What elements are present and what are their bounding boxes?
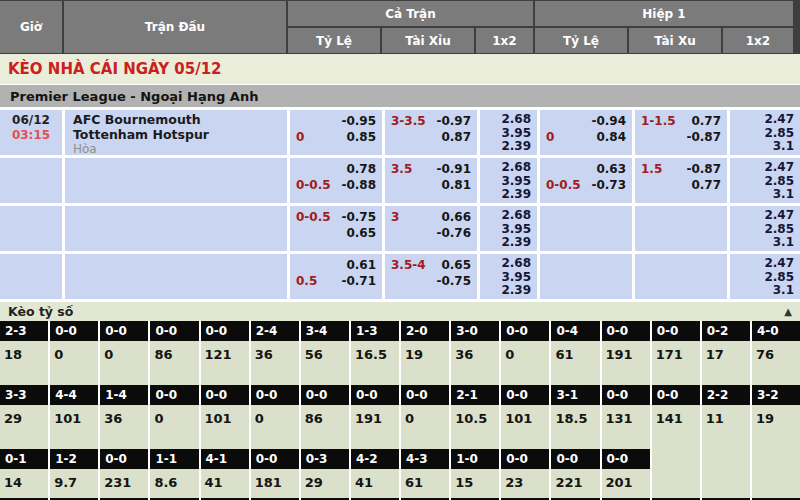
score-odds-cell[interactable]: 36 <box>451 341 499 385</box>
ft-overunder-cell[interactable]: 3.5-40.65-0.75 <box>385 254 477 299</box>
h1-overunder-cell[interactable] <box>635 206 727 251</box>
score-label: 4-0 <box>752 321 800 341</box>
score-odds-cell[interactable]: 8.6 <box>150 469 198 498</box>
ft-overunder-cell[interactable]: 3.5-0.910.81 <box>385 158 477 203</box>
score-odds-cell[interactable]: 56 <box>301 341 349 385</box>
score-odds-cell[interactable]: 191 <box>602 341 650 385</box>
score-odds-cell[interactable]: 18.5 <box>551 405 599 449</box>
score-odds-cell[interactable]: 171 <box>652 341 700 385</box>
score-odds-cell[interactable]: 23 <box>501 469 549 498</box>
score-odds-cell[interactable]: 121 <box>201 341 249 385</box>
odds-line: 3.5-40.65 <box>391 257 471 273</box>
odds-value: -0.88 <box>341 177 376 193</box>
score-odds-cell[interactable]: 101 <box>501 405 549 449</box>
score-odds-cell[interactable]: 29 <box>301 469 349 498</box>
score-label: 2-0 <box>401 321 449 341</box>
ft-1x2-cell[interactable]: 2.683.952.39 <box>480 158 537 203</box>
h1-1x2-cell[interactable]: 2.472.853.1 <box>730 206 800 251</box>
score-odds-cell[interactable]: 10.5 <box>451 405 499 449</box>
h1-1x2-cell[interactable]: 2.472.853.1 <box>730 158 800 203</box>
odds-value: 2.68 <box>486 209 531 223</box>
score-odds-cell[interactable]: 231 <box>100 469 148 498</box>
odds-value: 2.39 <box>486 188 531 202</box>
ft-1x2-cell[interactable]: 2.683.952.39 <box>480 110 537 155</box>
score-odds-cell[interactable]: 201 <box>602 469 650 498</box>
ft-handicap-cell[interactable]: 0.610.5-0.71 <box>290 254 382 299</box>
odds-line: 1.5-0.87 <box>641 161 721 177</box>
score-odds-cell[interactable]: 41 <box>201 469 249 498</box>
score-odds-cell[interactable]: 19 <box>401 341 449 385</box>
score-odds-cell[interactable]: 86 <box>150 341 198 385</box>
score-odds-cell[interactable]: 0 <box>501 341 549 385</box>
odds-line: 0.78 <box>296 161 376 177</box>
header-match: Trận Đấu <box>64 1 286 53</box>
time-cell <box>0 206 62 251</box>
score-odds-cell[interactable]: 9.7 <box>50 469 98 498</box>
score-odds-cell[interactable]: 86 <box>301 405 349 449</box>
score-odds-cell[interactable]: 36 <box>251 341 299 385</box>
odds-value: 0.63 <box>596 161 626 177</box>
score-label: 2-1 <box>451 385 499 405</box>
score-odds-cell[interactable]: 36 <box>100 405 148 449</box>
odds-value: 0.77 <box>691 113 721 129</box>
score-odds-cell[interactable]: 11 <box>702 405 750 449</box>
h1-1x2-cell[interactable]: 2.472.853.1 <box>730 110 800 155</box>
score-section-title: Kèo tỷ số <box>8 304 73 319</box>
h1-handicap-cell[interactable]: 0.630-0.5-0.73 <box>540 158 632 203</box>
score-label-row: 2-30-00-00-00-02-43-41-32-03-00-00-40-00… <box>0 321 800 341</box>
score-odds-cell[interactable]: 18 <box>0 341 48 385</box>
score-label: 3-2 <box>752 385 800 405</box>
score-odds-cell[interactable]: 14 <box>0 469 48 498</box>
ft-overunder-cell[interactable]: 30.66-0.76 <box>385 206 477 251</box>
handicap-value: 3.5 <box>391 161 412 177</box>
h1-overunder-cell[interactable]: 1.5-0.870.77 <box>635 158 727 203</box>
h1-overunder-cell[interactable] <box>635 254 727 299</box>
score-label <box>702 449 750 469</box>
score-odds-cell[interactable]: 0 <box>401 405 449 449</box>
odds-value: -0.97 <box>436 113 471 129</box>
score-odds-cell[interactable]: 0 <box>150 405 198 449</box>
ft-handicap-cell[interactable]: 0.780-0.5-0.88 <box>290 158 382 203</box>
score-section-bar[interactable]: Kèo tỷ số ▲ <box>0 302 800 321</box>
score-odds-cell[interactable]: 16.5 <box>351 341 399 385</box>
collapse-triangle-icon[interactable]: ▲ <box>784 306 792 317</box>
score-odds-cell[interactable]: 181 <box>251 469 299 498</box>
score-label: 0-0 <box>602 449 650 469</box>
match-time: 03:15 <box>0 128 62 143</box>
score-odds-cell[interactable]: 41 <box>351 469 399 498</box>
score-odds-cell <box>702 469 750 498</box>
h1-handicap-cell[interactable] <box>540 254 632 299</box>
ft-overunder-cell[interactable]: 3-3.5-0.970.87 <box>385 110 477 155</box>
ft-1x2-cell[interactable]: 2.683.952.39 <box>480 254 537 299</box>
league-header[interactable]: Premier League - Ngoại Hạng Anh <box>0 84 800 107</box>
ft-1x2-cell[interactable]: 2.683.952.39 <box>480 206 537 251</box>
score-odds-cell[interactable]: 0 <box>251 405 299 449</box>
odds-line: -0.94 <box>546 113 626 129</box>
ft-handicap-cell[interactable]: 0-0.5-0.750.65 <box>290 206 382 251</box>
handicap-value: 1-1.5 <box>641 113 676 129</box>
handicap-value: 0 <box>296 129 304 145</box>
score-odds-cell[interactable]: 141 <box>652 405 700 449</box>
score-odds-cell[interactable]: 61 <box>401 469 449 498</box>
score-odds-cell[interactable]: 15 <box>451 469 499 498</box>
h1-1x2-cell[interactable]: 2.472.853.1 <box>730 254 800 299</box>
score-odds-cell[interactable]: 61 <box>551 341 599 385</box>
score-odds-cell[interactable]: 19 <box>752 405 800 449</box>
score-odds-cell[interactable]: 101 <box>50 405 98 449</box>
score-odds-cell[interactable]: 131 <box>602 405 650 449</box>
score-odds-cell[interactable]: 29 <box>0 405 48 449</box>
h1-overunder-cell[interactable]: 1-1.50.77-0.87 <box>635 110 727 155</box>
ft-handicap-cell[interactable]: -0.9500.85 <box>290 110 382 155</box>
score-odds-cell[interactable]: 0 <box>50 341 98 385</box>
h1-handicap-cell[interactable] <box>540 206 632 251</box>
score-odds-cell[interactable]: 221 <box>551 469 599 498</box>
score-odds-cell[interactable]: 101 <box>201 405 249 449</box>
score-odds-cell[interactable]: 191 <box>351 405 399 449</box>
score-odds-cell[interactable]: 0 <box>100 341 148 385</box>
h1-handicap-cell[interactable]: -0.9400.84 <box>540 110 632 155</box>
score-odds-row: 180086121365616.519360611911711776 <box>0 341 800 385</box>
score-odds-cell[interactable]: 17 <box>702 341 750 385</box>
score-odds-cell[interactable]: 76 <box>752 341 800 385</box>
score-label: 0-0 <box>150 321 198 341</box>
score-label: 1-1 <box>150 449 198 469</box>
